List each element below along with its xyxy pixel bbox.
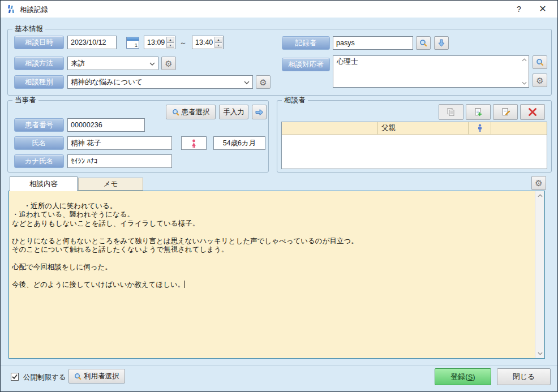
add-document-icon bbox=[474, 107, 483, 117]
party-group-label: 当事者 bbox=[12, 96, 38, 105]
method-settings-button[interactable]: ⚙ bbox=[161, 57, 176, 70]
consulters-group-label: 相談者 bbox=[282, 96, 308, 105]
name-label-button[interactable]: 氏名 bbox=[14, 136, 64, 150]
select-user-button[interactable]: 利用者選択 bbox=[68, 369, 125, 384]
tab-consult-content[interactable]: 相談内容 bbox=[10, 176, 78, 191]
consultation-record-window: 相談記録 ? ✕ 基本情報 相談日時 2023/10/12 1 13:09 ▲▼… bbox=[0, 0, 558, 392]
consulter-gender-cell bbox=[469, 122, 491, 135]
app-logo-icon bbox=[6, 5, 15, 14]
gear-icon: ⚙ bbox=[536, 76, 543, 85]
type-settings-button[interactable]: ⚙ bbox=[256, 75, 271, 89]
gear-icon: ⚙ bbox=[259, 78, 267, 87]
manual-input-button[interactable]: 手入力 bbox=[219, 105, 248, 119]
text-caret bbox=[184, 281, 185, 288]
time-range-separator: ～ bbox=[179, 38, 187, 48]
consult-method-label-button[interactable]: 相談方法 bbox=[14, 57, 64, 70]
recorder-input[interactable]: pasys bbox=[333, 36, 413, 50]
transfer-patient-button[interactable] bbox=[252, 105, 267, 119]
time-end-value: 13:40 bbox=[195, 36, 213, 49]
consulter-relationship-cell: 父親 bbox=[378, 122, 469, 135]
gear-icon: ⚙ bbox=[165, 59, 172, 68]
consult-type-label-button[interactable]: 相談種別 bbox=[14, 75, 64, 89]
basic-info-group-label: 基本情報 bbox=[12, 24, 45, 34]
edit-consulter-button[interactable] bbox=[493, 104, 518, 120]
content-settings-button[interactable]: ⚙ bbox=[531, 176, 546, 190]
calendar-icon bbox=[127, 37, 139, 41]
footer-divider bbox=[1, 365, 557, 366]
consult-date-input[interactable]: 2023/10/12 bbox=[67, 36, 117, 49]
name-input[interactable]: 精神 花子 bbox=[67, 136, 172, 150]
time-start-down-icon[interactable]: ▼ bbox=[166, 42, 174, 48]
search-icon bbox=[536, 58, 544, 66]
chevron-down-icon bbox=[149, 62, 155, 66]
time-end-spinner[interactable]: 13:40 ▲▼ bbox=[192, 36, 224, 49]
consult-type-select[interactable]: 精神的な悩みについて bbox=[67, 75, 253, 89]
consulters-table[interactable]: 父親 bbox=[281, 122, 547, 169]
scroll-up-icon[interactable] bbox=[538, 194, 543, 197]
title-bar: 相談記録 ? ✕ bbox=[1, 1, 557, 18]
consult-method-select[interactable]: 来訪 bbox=[67, 57, 158, 70]
consult-type-value: 精神的な悩みについて bbox=[71, 78, 143, 86]
checkmark-icon bbox=[11, 373, 18, 380]
restrict-publication-checkbox[interactable] bbox=[11, 373, 19, 381]
tab-memo[interactable]: メモ bbox=[78, 178, 143, 191]
add-consulter-button[interactable] bbox=[466, 104, 491, 120]
consult-datetime-label-button[interactable]: 相談日時 bbox=[14, 36, 64, 49]
arrow-down-icon bbox=[437, 39, 445, 47]
time-start-spinner[interactable]: 13:09 ▲▼ bbox=[144, 36, 175, 49]
patient-no-label-button[interactable]: 患者番号 bbox=[14, 118, 64, 132]
chevron-down-icon bbox=[244, 81, 250, 84]
search-icon bbox=[74, 373, 81, 380]
search-icon bbox=[419, 39, 427, 47]
edit-document-icon bbox=[501, 107, 510, 117]
consult-content-text: ・近所の人に笑われている。 ・追われている、襲われそうになる。 などとありもしな… bbox=[12, 202, 358, 289]
scroll-up-icon[interactable] bbox=[522, 58, 527, 62]
consult-content-textarea[interactable]: ・近所の人に笑われている。 ・追われている、襲われそうになる。 などとありもしな… bbox=[8, 191, 545, 359]
recorder-label-button[interactable]: 記録者 bbox=[282, 36, 330, 50]
time-end-up-icon[interactable]: ▲ bbox=[214, 37, 222, 42]
patient-no-input[interactable]: 00000236 bbox=[67, 118, 145, 132]
copy-icon bbox=[447, 107, 456, 117]
time-end-down-icon[interactable]: ▼ bbox=[214, 42, 222, 48]
responder-value: 心理士 bbox=[337, 58, 358, 66]
delete-consulter-button[interactable] bbox=[520, 104, 545, 120]
time-start-up-icon[interactable]: ▲ bbox=[166, 37, 174, 42]
close-window-button[interactable]: ✕ bbox=[531, 1, 554, 18]
restrict-publication-label: 公開制限する bbox=[23, 373, 66, 382]
consult-method-value: 来訪 bbox=[71, 59, 85, 67]
kana-name-input[interactable]: ｾｲｼﾝ ﾊﾅｺ bbox=[67, 154, 172, 168]
vertical-scrollbar[interactable] bbox=[535, 191, 544, 358]
help-button[interactable]: ? bbox=[508, 1, 530, 18]
kana-name-label-button[interactable]: カナ氏名 bbox=[14, 154, 64, 168]
responder-search-button[interactable] bbox=[533, 55, 547, 69]
search-icon bbox=[172, 109, 179, 116]
female-icon bbox=[191, 139, 197, 148]
gear-icon: ⚙ bbox=[535, 179, 542, 187]
delete-x-icon bbox=[528, 107, 537, 117]
age-display: 54歳6カ月 bbox=[213, 136, 265, 150]
consulter-cell-extra bbox=[491, 122, 547, 135]
scroll-down-icon[interactable] bbox=[538, 352, 543, 355]
select-patient-button[interactable]: 患者選択 bbox=[166, 105, 216, 119]
consulter-row[interactable]: 父親 bbox=[282, 122, 547, 135]
arrow-right-icon bbox=[255, 109, 264, 116]
calendar-picker-button[interactable]: 1 bbox=[126, 37, 139, 49]
responder-settings-button[interactable]: ⚙ bbox=[533, 74, 547, 87]
window-title: 相談記録 bbox=[20, 5, 48, 15]
gender-indicator bbox=[181, 136, 207, 150]
consulter-cell-blank bbox=[282, 122, 378, 135]
responder-textarea[interactable]: 心理士 bbox=[333, 55, 529, 88]
register-button[interactable]: 登録(S) bbox=[435, 368, 491, 385]
responder-label-button[interactable]: 相談対応者 bbox=[282, 58, 330, 71]
male-person-icon bbox=[477, 124, 483, 132]
recorder-fetch-button[interactable] bbox=[434, 36, 449, 50]
close-button[interactable]: 閉じる bbox=[497, 368, 551, 385]
scroll-down-icon[interactable] bbox=[522, 81, 527, 85]
copy-consulter-button[interactable] bbox=[439, 104, 463, 120]
time-start-value: 13:09 bbox=[147, 36, 165, 49]
recorder-search-button[interactable] bbox=[416, 36, 431, 50]
